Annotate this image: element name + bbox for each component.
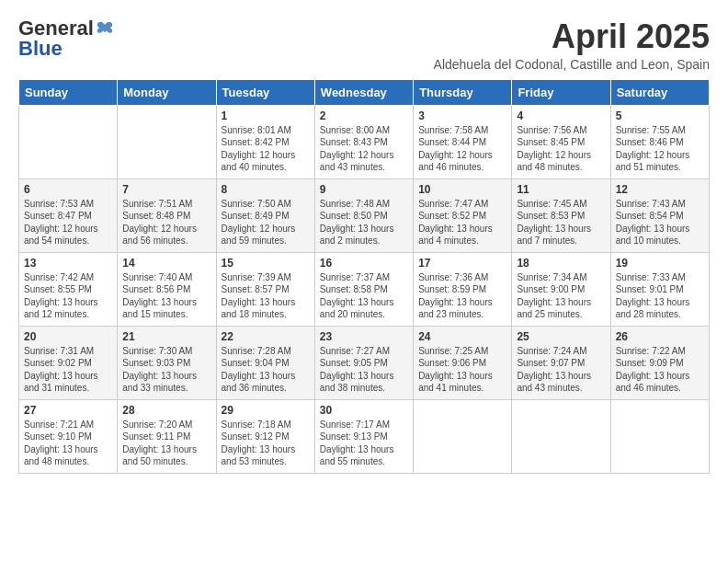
day-info: Sunrise: 7:33 AM Sunset: 9:01 PM Dayligh… [616,271,704,321]
calendar-cell: 23Sunrise: 7:27 AM Sunset: 9:05 PM Dayli… [314,326,413,399]
calendar-cell: 30Sunrise: 7:17 AM Sunset: 9:13 PM Dayli… [314,399,413,473]
calendar-title: April 2025 [434,18,710,55]
calendar-table: SundayMondayTuesdayWednesdayThursdayFrid… [18,79,710,474]
calendar-cell [19,105,118,178]
day-info: Sunrise: 7:56 AM Sunset: 8:45 PM Dayligh… [517,124,605,174]
logo: General Blue [18,18,114,59]
calendar-week-1: 1Sunrise: 8:01 AM Sunset: 8:42 PM Daylig… [19,105,710,178]
day-number: 27 [24,404,112,417]
day-info: Sunrise: 8:01 AM Sunset: 8:42 PM Dayligh… [222,124,310,174]
day-info: Sunrise: 7:30 AM Sunset: 9:03 PM Dayligh… [122,345,210,395]
calendar-cell: 9Sunrise: 7:48 AM Sunset: 8:50 PM Daylig… [314,178,413,252]
day-number: 12 [616,183,704,196]
day-info: Sunrise: 7:20 AM Sunset: 9:11 PM Dayligh… [122,419,210,468]
day-number: 19 [616,257,704,270]
day-info: Sunrise: 7:55 AM Sunset: 8:46 PM Dayligh… [616,124,704,174]
day-info: Sunrise: 7:48 AM Sunset: 8:50 PM Dayligh… [320,198,408,247]
day-number: 21 [122,330,210,343]
day-number: 24 [418,330,506,343]
calendar-cell: 19Sunrise: 7:33 AM Sunset: 9:01 PM Dayli… [610,252,709,326]
day-number: 28 [122,404,210,417]
calendar-cell: 6Sunrise: 7:53 AM Sunset: 8:47 PM Daylig… [19,178,118,252]
day-number: 14 [122,257,210,270]
day-number: 17 [418,257,506,270]
day-number: 4 [517,109,605,122]
day-info: Sunrise: 7:53 AM Sunset: 8:47 PM Dayligh… [24,198,112,247]
logo-bird-icon [96,20,114,37]
day-info: Sunrise: 7:43 AM Sunset: 8:54 PM Dayligh… [616,198,704,247]
weekday-header-sunday: Sunday [19,79,118,105]
calendar-cell: 1Sunrise: 8:01 AM Sunset: 8:42 PM Daylig… [216,105,314,178]
weekday-header-tuesday: Tuesday [216,79,314,105]
calendar-cell: 15Sunrise: 7:39 AM Sunset: 8:57 PM Dayli… [216,252,314,326]
day-info: Sunrise: 7:36 AM Sunset: 8:59 PM Dayligh… [418,271,506,321]
day-info: Sunrise: 7:31 AM Sunset: 9:02 PM Dayligh… [24,345,112,395]
calendar-cell: 13Sunrise: 7:42 AM Sunset: 8:55 PM Dayli… [19,252,118,326]
day-number: 11 [517,183,605,196]
calendar-cell [118,105,216,178]
day-info: Sunrise: 7:37 AM Sunset: 8:58 PM Dayligh… [320,271,408,321]
day-info: Sunrise: 8:00 AM Sunset: 8:43 PM Dayligh… [320,124,408,174]
day-number: 8 [222,183,310,196]
day-info: Sunrise: 7:50 AM Sunset: 8:49 PM Dayligh… [222,198,310,247]
page-header: General Blue April 2025 Aldehuela del Co… [18,18,710,72]
calendar-cell: 3Sunrise: 7:58 AM Sunset: 8:44 PM Daylig… [414,105,512,178]
day-number: 23 [320,330,408,343]
calendar-cell: 27Sunrise: 7:21 AM Sunset: 9:10 PM Dayli… [19,399,118,473]
calendar-cell: 29Sunrise: 7:18 AM Sunset: 9:12 PM Dayli… [216,399,314,473]
day-number: 30 [320,404,408,417]
weekday-header-monday: Monday [118,79,216,105]
calendar-cell: 17Sunrise: 7:36 AM Sunset: 8:59 PM Dayli… [414,252,512,326]
day-number: 9 [320,183,408,196]
day-number: 3 [418,109,506,122]
day-number: 2 [320,109,408,122]
day-info: Sunrise: 7:22 AM Sunset: 9:09 PM Dayligh… [616,345,704,395]
day-info: Sunrise: 7:18 AM Sunset: 9:12 PM Dayligh… [222,419,310,468]
logo-blue: Blue [18,39,63,59]
calendar-subtitle: Aldehuela del Codonal, Castille and Leon… [434,57,710,72]
calendar-week-2: 6Sunrise: 7:53 AM Sunset: 8:47 PM Daylig… [19,178,710,252]
calendar-cell: 24Sunrise: 7:25 AM Sunset: 9:06 PM Dayli… [414,326,512,399]
calendar-week-5: 27Sunrise: 7:21 AM Sunset: 9:10 PM Dayli… [19,399,710,473]
day-info: Sunrise: 7:42 AM Sunset: 8:55 PM Dayligh… [24,271,112,321]
calendar-cell: 11Sunrise: 7:45 AM Sunset: 8:53 PM Dayli… [512,178,610,252]
day-number: 10 [418,183,506,196]
day-info: Sunrise: 7:47 AM Sunset: 8:52 PM Dayligh… [418,198,506,247]
calendar-cell [414,399,512,473]
calendar-cell: 8Sunrise: 7:50 AM Sunset: 8:49 PM Daylig… [216,178,314,252]
calendar-cell: 7Sunrise: 7:51 AM Sunset: 8:48 PM Daylig… [118,178,216,252]
calendar-cell: 2Sunrise: 8:00 AM Sunset: 8:43 PM Daylig… [314,105,413,178]
day-info: Sunrise: 7:45 AM Sunset: 8:53 PM Dayligh… [517,198,605,247]
calendar-cell: 28Sunrise: 7:20 AM Sunset: 9:11 PM Dayli… [118,399,216,473]
day-info: Sunrise: 7:21 AM Sunset: 9:10 PM Dayligh… [24,419,112,468]
calendar-cell: 4Sunrise: 7:56 AM Sunset: 8:45 PM Daylig… [512,105,610,178]
day-info: Sunrise: 7:58 AM Sunset: 8:44 PM Dayligh… [418,124,506,174]
day-number: 16 [320,257,408,270]
day-number: 7 [122,183,210,196]
day-info: Sunrise: 7:34 AM Sunset: 9:00 PM Dayligh… [517,271,605,321]
day-info: Sunrise: 7:51 AM Sunset: 8:48 PM Dayligh… [122,198,210,247]
day-info: Sunrise: 7:40 AM Sunset: 8:56 PM Dayligh… [122,271,210,321]
day-number: 20 [24,330,112,343]
day-info: Sunrise: 7:27 AM Sunset: 9:05 PM Dayligh… [320,345,408,395]
calendar-cell: 20Sunrise: 7:31 AM Sunset: 9:02 PM Dayli… [19,326,118,399]
calendar-cell: 21Sunrise: 7:30 AM Sunset: 9:03 PM Dayli… [118,326,216,399]
day-info: Sunrise: 7:24 AM Sunset: 9:07 PM Dayligh… [517,345,605,395]
logo-general: General [18,18,94,39]
day-info: Sunrise: 7:39 AM Sunset: 8:57 PM Dayligh… [222,271,310,321]
weekday-header-wednesday: Wednesday [314,79,413,105]
calendar-cell: 18Sunrise: 7:34 AM Sunset: 9:00 PM Dayli… [512,252,610,326]
day-number: 5 [616,109,704,122]
day-number: 25 [517,330,605,343]
calendar-cell: 16Sunrise: 7:37 AM Sunset: 8:58 PM Dayli… [314,252,413,326]
calendar-week-4: 20Sunrise: 7:31 AM Sunset: 9:02 PM Dayli… [19,326,710,399]
weekday-header-row: SundayMondayTuesdayWednesdayThursdayFrid… [19,79,710,105]
calendar-cell: 22Sunrise: 7:28 AM Sunset: 9:04 PM Dayli… [216,326,314,399]
calendar-cell: 26Sunrise: 7:22 AM Sunset: 9:09 PM Dayli… [610,326,709,399]
day-number: 22 [222,330,310,343]
calendar-cell: 5Sunrise: 7:55 AM Sunset: 8:46 PM Daylig… [610,105,709,178]
day-number: 18 [517,257,605,270]
calendar-cell: 12Sunrise: 7:43 AM Sunset: 8:54 PM Dayli… [610,178,709,252]
title-block: April 2025 Aldehuela del Codonal, Castil… [434,18,710,72]
day-number: 26 [616,330,704,343]
